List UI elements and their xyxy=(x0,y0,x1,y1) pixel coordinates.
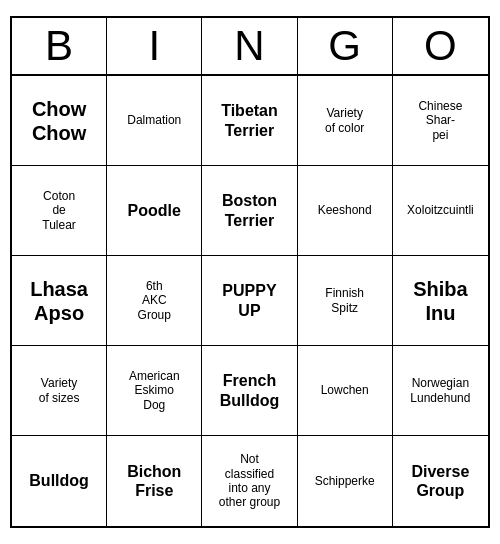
bingo-cell: Lowchen xyxy=(298,346,393,436)
bingo-cell: ShibaInu xyxy=(393,256,488,346)
bingo-cell: ChineseShar-pei xyxy=(393,76,488,166)
header-letter: I xyxy=(107,18,202,74)
bingo-cell: Varietyof color xyxy=(298,76,393,166)
bingo-cell: Dalmation xyxy=(107,76,202,166)
bingo-cell: DiverseGroup xyxy=(393,436,488,526)
bingo-cell: FinnishSpitz xyxy=(298,256,393,346)
bingo-header: BINGO xyxy=(12,18,488,76)
header-letter: N xyxy=(202,18,297,74)
bingo-cell: BichonFrise xyxy=(107,436,202,526)
bingo-cell: AmericanEskimoDog xyxy=(107,346,202,436)
bingo-cell: Notclassifiedinto anyother group xyxy=(202,436,297,526)
bingo-cell: Schipperke xyxy=(298,436,393,526)
bingo-cell: NorwegianLundehund xyxy=(393,346,488,436)
bingo-cell: Poodle xyxy=(107,166,202,256)
bingo-cell: BostonTerrier xyxy=(202,166,297,256)
bingo-cell: LhasaApso xyxy=(12,256,107,346)
bingo-cell: TibetanTerrier xyxy=(202,76,297,166)
bingo-cell: ChowChow xyxy=(12,76,107,166)
header-letter: G xyxy=(298,18,393,74)
bingo-grid: ChowChowDalmationTibetanTerrierVarietyof… xyxy=(12,76,488,526)
bingo-cell: 6thAKCGroup xyxy=(107,256,202,346)
bingo-cell: Xoloitzcuintli xyxy=(393,166,488,256)
bingo-cell: Keeshond xyxy=(298,166,393,256)
bingo-card: BINGO ChowChowDalmationTibetanTerrierVar… xyxy=(10,16,490,528)
bingo-cell: PUPPYUP xyxy=(202,256,297,346)
bingo-cell: Varietyof sizes xyxy=(12,346,107,436)
bingo-cell: Bulldog xyxy=(12,436,107,526)
header-letter: O xyxy=(393,18,488,74)
header-letter: B xyxy=(12,18,107,74)
bingo-cell: FrenchBulldog xyxy=(202,346,297,436)
bingo-cell: CotondeTulear xyxy=(12,166,107,256)
